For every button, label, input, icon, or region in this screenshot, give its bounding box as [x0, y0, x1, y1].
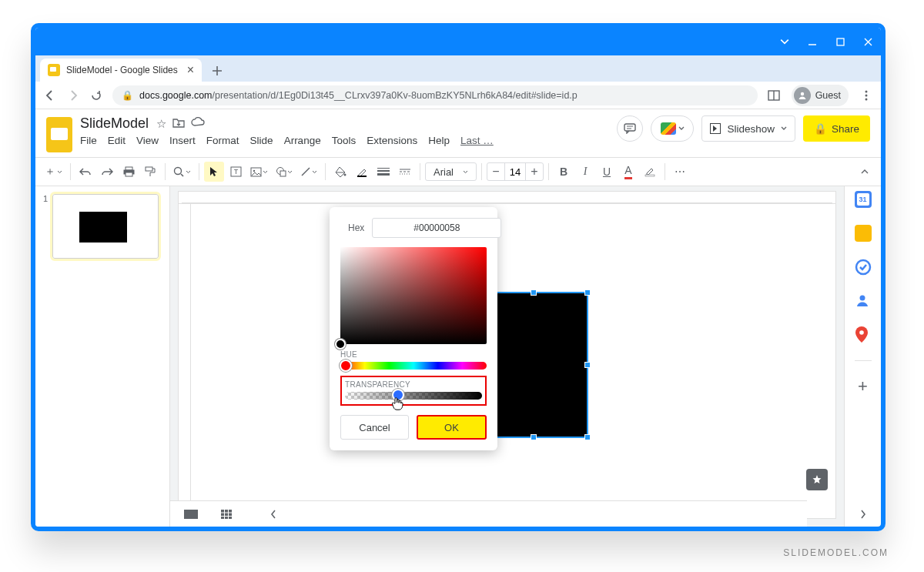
border-dash-icon[interactable]	[395, 162, 415, 182]
cancel-button[interactable]: Cancel	[340, 415, 409, 440]
svg-rect-37	[229, 513, 232, 516]
collapse-filmstrip-icon[interactable]	[270, 510, 276, 519]
comments-icon[interactable]	[617, 115, 643, 142]
underline-icon[interactable]: U	[597, 162, 617, 182]
tab-close-icon[interactable]: ×	[187, 64, 194, 76]
font-selector[interactable]: Arial	[425, 162, 477, 181]
hide-panel-icon[interactable]	[860, 510, 866, 519]
close-icon[interactable]	[861, 35, 875, 49]
menu-file[interactable]: File	[80, 135, 97, 146]
highlight-icon[interactable]	[640, 162, 660, 182]
hue-slider[interactable]	[340, 362, 487, 370]
menu-slide[interactable]: Slide	[250, 135, 273, 146]
filmstrip: 1	[35, 186, 170, 527]
slide-thumbnail[interactable]	[52, 194, 159, 259]
menu-view[interactable]: View	[136, 135, 159, 146]
browser-tab[interactable]: SlideModel - Google Slides ×	[40, 59, 202, 82]
move-folder-icon[interactable]	[172, 117, 185, 131]
menu-edit[interactable]: Edit	[108, 135, 126, 146]
svg-rect-11	[126, 167, 132, 170]
kebab-icon[interactable]	[859, 89, 873, 102]
tab-title: SlideModel - Google Slides	[66, 65, 181, 75]
slides-logo-icon[interactable]	[46, 117, 72, 152]
window-titlebar	[35, 28, 881, 55]
paint-format-icon[interactable]	[140, 162, 160, 182]
text-color-icon[interactable]: A	[618, 162, 638, 182]
meet-button[interactable]	[651, 115, 694, 142]
italic-icon[interactable]: I	[575, 162, 595, 182]
svg-rect-1	[837, 38, 844, 45]
explore-button[interactable]	[806, 469, 828, 490]
font-size-value[interactable]: 14	[504, 163, 526, 180]
redo-icon[interactable]	[97, 162, 117, 182]
hue-label: HUE	[340, 350, 487, 359]
new-slide-button[interactable]: ＋	[42, 162, 65, 182]
saturation-value-field[interactable]	[340, 247, 487, 344]
expand-toolbar-icon[interactable]	[855, 162, 875, 182]
hue-knob[interactable]	[340, 360, 352, 372]
lock-icon: 🔒	[814, 122, 827, 135]
filmstrip-view-icon[interactable]	[184, 510, 198, 519]
url-text: docs.google.com/presentation/d/1Eg0Di13t…	[139, 90, 578, 101]
font-size-stepper[interactable]: − 14 +	[487, 162, 544, 181]
back-icon[interactable]	[43, 89, 57, 102]
chevron-down-icon[interactable]	[778, 35, 792, 49]
profile-chip[interactable]: Guest	[792, 85, 849, 106]
lock-icon: 🔒	[122, 90, 133, 101]
bold-icon[interactable]: B	[554, 162, 574, 182]
cloud-icon[interactable]	[191, 117, 205, 131]
add-on-icon[interactable]: +	[855, 378, 872, 395]
forward-icon[interactable]	[66, 89, 80, 102]
border-weight-icon[interactable]	[373, 162, 393, 182]
address-bar: 🔒 docs.google.com/presentation/d/1Eg0Di1…	[35, 82, 881, 109]
select-tool-icon[interactable]	[204, 162, 224, 182]
border-color-icon[interactable]	[352, 162, 372, 182]
calendar-icon[interactable]: 31	[855, 191, 872, 208]
menu-insert[interactable]: Insert	[169, 135, 196, 146]
sv-knob[interactable]	[335, 339, 346, 350]
ok-button[interactable]: OK	[417, 415, 487, 440]
slide-canvas[interactable]: Hex HUE TRANSPARENCY	[190, 203, 836, 519]
omnibox[interactable]: 🔒 docs.google.com/presentation/d/1Eg0Di1…	[112, 85, 758, 105]
slideshow-label: Slideshow	[727, 123, 775, 135]
keep-icon[interactable]	[855, 225, 872, 242]
zoom-icon[interactable]	[170, 162, 194, 182]
reload-icon[interactable]	[89, 89, 103, 102]
menu-arrange[interactable]: Arrange	[284, 135, 321, 146]
color-picker-popup: Hex HUE TRANSPARENCY	[330, 207, 497, 450]
canvas-area: Hex HUE TRANSPARENCY	[170, 186, 844, 527]
document-title[interactable]: SlideModel	[80, 115, 149, 132]
line-icon[interactable]	[297, 162, 320, 182]
textbox-icon[interactable]: T	[226, 162, 246, 182]
bottom-bar	[170, 500, 807, 527]
tasks-icon[interactable]	[855, 259, 872, 276]
grid-view-icon[interactable]	[221, 510, 232, 519]
hex-input[interactable]	[372, 218, 501, 238]
fill-color-icon[interactable]	[330, 162, 350, 182]
undo-icon[interactable]	[75, 162, 95, 182]
menu-extensions[interactable]: Extensions	[367, 135, 417, 146]
more-icon[interactable]: ⋯	[670, 162, 690, 182]
minimize-icon[interactable]	[805, 35, 819, 49]
svg-rect-34	[229, 510, 232, 513]
maximize-icon[interactable]	[833, 35, 847, 49]
image-icon[interactable]	[247, 162, 271, 182]
share-button[interactable]: 🔒 Share	[803, 115, 870, 142]
print-icon[interactable]	[119, 162, 139, 182]
last-edit[interactable]: Last …	[460, 135, 494, 146]
decrease-font-icon[interactable]: −	[487, 165, 504, 179]
panel-icon[interactable]	[767, 89, 781, 102]
new-tab-button[interactable]	[206, 60, 228, 82]
contacts-icon[interactable]	[855, 293, 872, 309]
slideshow-button[interactable]: Slideshow	[701, 115, 795, 142]
transparency-slider[interactable]	[345, 392, 482, 400]
menu-format[interactable]: Format	[206, 135, 239, 146]
svg-rect-25	[357, 176, 367, 177]
menu-tools[interactable]: Tools	[332, 135, 357, 146]
shape-icon[interactable]	[273, 162, 296, 182]
star-icon[interactable]: ☆	[156, 117, 166, 131]
menu-help[interactable]: Help	[428, 135, 450, 146]
increase-font-icon[interactable]: +	[526, 165, 543, 179]
maps-icon[interactable]	[855, 326, 872, 343]
share-label: Share	[832, 123, 859, 135]
